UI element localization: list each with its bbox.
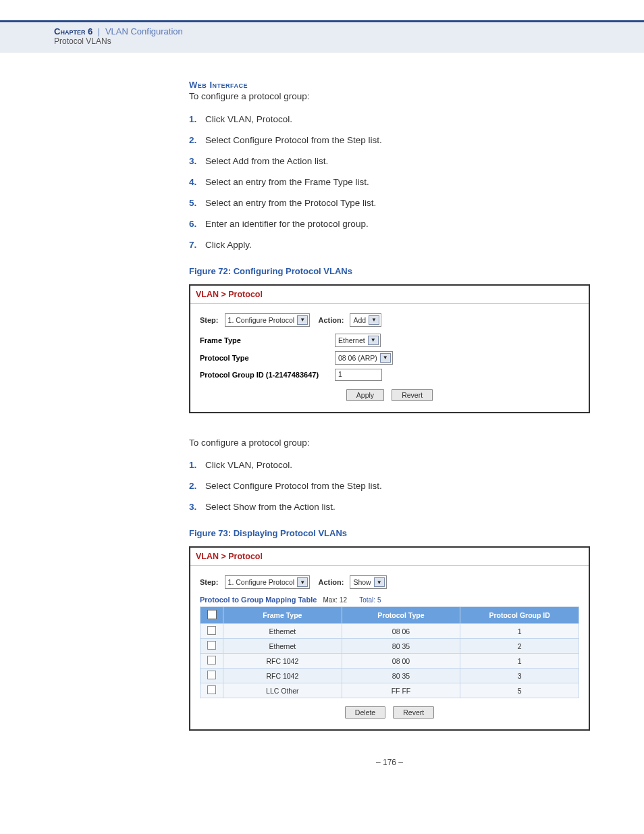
- step-text: Select Configure Protocol from the Step …: [205, 135, 382, 145]
- section-heading: Web Interface: [189, 80, 590, 90]
- cell-protocol-type: 08 00: [342, 654, 460, 669]
- action-select[interactable]: Add ▼: [350, 313, 381, 327]
- step-select-value: 1. Configure Protocol: [228, 578, 295, 586]
- step-select-value: 1. Configure Protocol: [228, 316, 295, 324]
- steps-list-2: 1.Click VLAN, Protocol. 2.Select Configu…: [189, 460, 590, 512]
- checkbox-icon: [207, 610, 217, 619]
- chevron-down-icon: ▼: [297, 577, 308, 587]
- cell-frame-type: Ethernet: [223, 624, 342, 639]
- cell-group-id: 3: [460, 669, 579, 683]
- frame-type-select[interactable]: Ethernet ▼: [335, 334, 381, 347]
- action-select-value: Show: [353, 578, 371, 586]
- figure-73-caption: Figure 73: Displaying Protocol VLANs: [189, 528, 590, 538]
- step-number: 1.: [189, 114, 205, 124]
- row-checkbox[interactable]: [207, 626, 216, 635]
- column-header: Protocol Type: [342, 607, 460, 624]
- steps-list-1: 1.Click VLAN, Protocol. 2.Select Configu…: [189, 114, 590, 250]
- step-text: Enter an identifier for the protocol gro…: [205, 219, 369, 229]
- cell-protocol-type: 08 06: [342, 624, 460, 639]
- cell-frame-type: RFC 1042: [223, 654, 342, 669]
- select-all-header[interactable]: [200, 607, 223, 624]
- table-max: Max: 12: [323, 596, 347, 604]
- protocol-type-select[interactable]: 08 06 (ARP) ▼: [335, 351, 393, 365]
- chevron-down-icon: ▼: [297, 315, 308, 325]
- step-select-label: Step:: [200, 316, 219, 324]
- row-checkbox[interactable]: [207, 641, 216, 650]
- step-select[interactable]: 1. Configure Protocol ▼: [225, 313, 311, 327]
- header-separator: |: [98, 26, 100, 36]
- table-row: LLC Other FF FF 5: [200, 683, 579, 698]
- step-text: Click Apply.: [205, 240, 252, 250]
- cell-group-id: 1: [460, 654, 579, 669]
- step-number: 5.: [189, 198, 205, 208]
- step-text: Select an entry from the Frame Type list…: [205, 177, 369, 187]
- chevron-down-icon: ▼: [368, 336, 379, 345]
- table-row: Ethernet 80 35 2: [200, 639, 579, 654]
- protocol-mapping-table: Frame Type Protocol Type Protocol Group …: [200, 606, 579, 698]
- cell-protocol-type: 80 35: [342, 639, 460, 654]
- revert-button[interactable]: Revert: [393, 706, 434, 719]
- page-header: Chapter 6 | VLAN Configuration Protocol …: [0, 20, 644, 53]
- revert-button[interactable]: Revert: [392, 389, 433, 401]
- column-header: Frame Type: [223, 607, 342, 624]
- cell-frame-type: LLC Other: [223, 683, 342, 698]
- cell-group-id: 2: [460, 639, 579, 654]
- cell-frame-type: Ethernet: [223, 639, 342, 654]
- row-checkbox[interactable]: [207, 685, 216, 694]
- protocol-group-id-label: Protocol Group ID (1-2147483647): [200, 371, 335, 379]
- table-row: RFC 1042 80 35 3: [200, 669, 579, 683]
- protocol-type-label: Protocol Type: [200, 354, 335, 362]
- selector-row: Step: 1. Configure Protocol ▼ Action: Ad…: [200, 313, 579, 327]
- action-select-label: Action:: [318, 578, 344, 586]
- chapter-title: VLAN Configuration: [105, 26, 183, 36]
- breadcrumb: VLAN > Protocol: [190, 548, 589, 566]
- cell-frame-type: RFC 1042: [223, 669, 342, 683]
- table-row: Ethernet 08 06 1: [200, 624, 579, 639]
- step-number: 6.: [189, 219, 205, 229]
- step-number: 3.: [189, 156, 205, 166]
- chevron-down-icon: ▼: [369, 315, 379, 325]
- table-title: Protocol to Group Mapping Table Max: 12 …: [200, 596, 579, 604]
- figure-73-panel: VLAN > Protocol Step: 1. Configure Proto…: [189, 546, 590, 731]
- step-number: 1.: [189, 460, 205, 470]
- action-select[interactable]: Show ▼: [350, 575, 386, 589]
- cell-group-id: 1: [460, 624, 579, 639]
- apply-button[interactable]: Apply: [346, 389, 384, 401]
- step-text: Select Configure Protocol from the Step …: [205, 481, 382, 491]
- cell-group-id: 5: [460, 683, 579, 698]
- page-number: – 176 –: [189, 758, 590, 767]
- frame-type-value: Ethernet: [338, 336, 365, 344]
- intro-text-1: To configure a protocol group:: [189, 90, 590, 103]
- intro-text-2: To configure a protocol group:: [189, 436, 590, 450]
- step-select-label: Step:: [200, 578, 219, 586]
- step-select[interactable]: 1. Configure Protocol ▼: [225, 575, 311, 589]
- section-title: Protocol VLANs: [54, 36, 590, 46]
- chevron-down-icon: ▼: [380, 353, 391, 363]
- protocol-type-value: 08 06 (ARP): [338, 354, 377, 362]
- step-number: 2.: [189, 481, 205, 491]
- step-number: 3.: [189, 502, 205, 512]
- cell-protocol-type: FF FF: [342, 683, 460, 698]
- table-header-row: Frame Type Protocol Type Protocol Group …: [200, 607, 579, 624]
- row-checkbox[interactable]: [207, 671, 216, 679]
- step-text: Select Add from the Action list.: [205, 156, 328, 166]
- step-number: 7.: [189, 240, 205, 250]
- step-number: 2.: [189, 135, 205, 145]
- step-text: Click VLAN, Protocol.: [205, 460, 292, 470]
- action-select-value: Add: [353, 316, 366, 324]
- step-text: Select an entry from the Protocol Type l…: [205, 198, 376, 208]
- selector-row: Step: 1. Configure Protocol ▼ Action: Sh…: [200, 575, 579, 589]
- step-text: Select Show from the Action list.: [205, 502, 336, 512]
- column-header: Protocol Group ID: [460, 607, 579, 624]
- table-row: RFC 1042 08 00 1: [200, 654, 579, 669]
- chapter-label: Chapter 6: [54, 26, 92, 36]
- step-number: 4.: [189, 177, 205, 187]
- step-text: Click VLAN, Protocol.: [205, 114, 292, 124]
- frame-type-label: Frame Type: [200, 336, 335, 344]
- breadcrumb: VLAN > Protocol: [190, 286, 589, 304]
- chevron-down-icon: ▼: [374, 577, 385, 587]
- row-checkbox[interactable]: [207, 656, 216, 664]
- protocol-group-id-input[interactable]: 1: [335, 369, 382, 381]
- delete-button[interactable]: Delete: [345, 706, 385, 719]
- cell-protocol-type: 80 35: [342, 669, 460, 683]
